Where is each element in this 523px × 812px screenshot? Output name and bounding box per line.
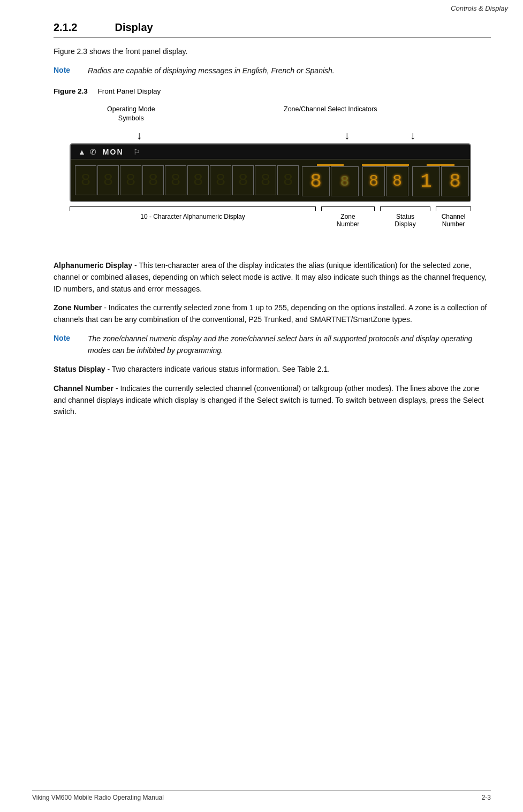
phone-icon: ✆ [90, 148, 96, 156]
bracket-zone: Zone Number [321, 206, 375, 228]
alphanumeric-group: 8 8 8 8 8 8 8 8 8 8 [75, 165, 299, 195]
intro-paragraph: Figure 2.3 shows the front panel display… [54, 46, 491, 58]
alnum-char-4: 8 [142, 165, 164, 195]
status-char-1: 8 [362, 166, 385, 196]
arrow-channel: ↓ [410, 129, 415, 142]
status-top-bar [362, 164, 409, 166]
bracket-status: Status Display [380, 206, 430, 228]
label-operating-mode: Operating Mode Symbols [107, 105, 155, 123]
text-status-display: Two characters indicate various status i… [112, 365, 330, 373]
bell-icon: ⚐ [133, 148, 140, 156]
diagram-area: Operating Mode Symbols ↓ Zone/Channel Se… [54, 105, 482, 249]
alnum-char-7: 8 [210, 165, 231, 195]
mon-text: MON [103, 148, 124, 156]
note-2-text: The zone/channel numeric display and the… [88, 333, 491, 356]
desc-zone-number: Zone Number - Indicates the currently se… [54, 302, 491, 325]
footer-left: Viking VM600 Mobile Radio Operating Manu… [32, 794, 164, 801]
alnum-char-10: 8 [277, 165, 299, 195]
note-1-row: Note Radios are capable of displaying me… [54, 65, 491, 77]
desc-channel-number: Channel Number - Indicates the currently… [54, 383, 491, 418]
note-2-label: Note [54, 334, 79, 356]
channel-char-2: 8 [441, 166, 469, 196]
alnum-char-2: 8 [97, 165, 119, 195]
note-1-text: Radios are capable of displaying message… [88, 65, 335, 77]
section-number: 2.1.2 [54, 21, 77, 34]
label-zone-number: Zone Number [337, 213, 360, 228]
bracket-alphanumeric: 10 - Character Alphanumeric Display [70, 206, 316, 220]
bracket-channel: Channel Number [436, 206, 471, 228]
label-status-display: Status Display [395, 213, 415, 228]
status-char-2: 8 [386, 166, 408, 196]
connector-1: - [104, 303, 109, 312]
channel-char-1: 1 [412, 166, 440, 196]
arrow-zone: ↓ [344, 129, 350, 142]
alnum-char-5: 8 [165, 165, 186, 195]
connector-0: - [134, 261, 139, 270]
section-title-row: 2.1.2 Display [54, 21, 491, 37]
label-zone-channel: Zone/Channel Select Indicators [284, 105, 377, 114]
text-zone-number: Indicates the currently selected zone fr… [54, 303, 487, 324]
arrow-operating-mode: ↓ [137, 129, 142, 142]
zone-number-group: 8 8 [302, 164, 359, 196]
page-header: Controls & Display [451, 4, 508, 12]
alnum-char-1: 8 [75, 165, 96, 195]
term-channel-number: Channel Number [54, 384, 113, 393]
footer-right: 2-3 [482, 794, 491, 801]
lcd-area: 8 8 8 8 8 8 8 8 8 8 [71, 159, 470, 201]
panel-top-bar: ▲ ✆ MON ⚐ [71, 144, 470, 159]
term-status-display: Status Display [54, 365, 105, 373]
label-alphanumeric: 10 - Character Alphanumeric Display [140, 213, 245, 220]
status-display-group: 8 8 [362, 164, 409, 196]
page-footer: Viking VM600 Mobile Radio Operating Manu… [32, 790, 491, 801]
term-alphanumeric: Alphanumeric Display [54, 261, 132, 270]
note-2-row: Note The zone/channel numeric display an… [54, 333, 491, 356]
display-panel: ▲ ✆ MON ⚐ 8 8 8 8 8 8 8 8 8 [70, 143, 471, 202]
figure-caption: Figure 2.3 Front Panel Display [54, 87, 491, 95]
term-zone-number: Zone Number [54, 303, 102, 312]
alnum-char-6: 8 [187, 165, 209, 195]
zone-char-1: 8 [302, 166, 330, 196]
zone-top-bar [317, 164, 344, 166]
desc-status-display: Status Display - Two characters indicate… [54, 364, 491, 376]
section-title: Display [115, 21, 153, 34]
alnum-char-8: 8 [232, 165, 254, 195]
alnum-char-9: 8 [255, 165, 276, 195]
channel-number-group: 1 8 [412, 164, 469, 196]
zone-char-2: 8 [331, 166, 359, 196]
triangle-icon: ▲ [78, 148, 86, 156]
note-1-label: Note [54, 66, 79, 77]
figure-title: Front Panel Display [98, 87, 161, 95]
desc-alphanumeric: Alphanumeric Display - This ten-characte… [54, 260, 491, 295]
figure-number: Figure 2.3 [54, 87, 88, 95]
connector-2: - [107, 365, 111, 373]
alnum-char-3: 8 [120, 165, 141, 195]
channel-top-bar [427, 164, 454, 166]
label-channel-number: Channel Number [442, 213, 466, 228]
